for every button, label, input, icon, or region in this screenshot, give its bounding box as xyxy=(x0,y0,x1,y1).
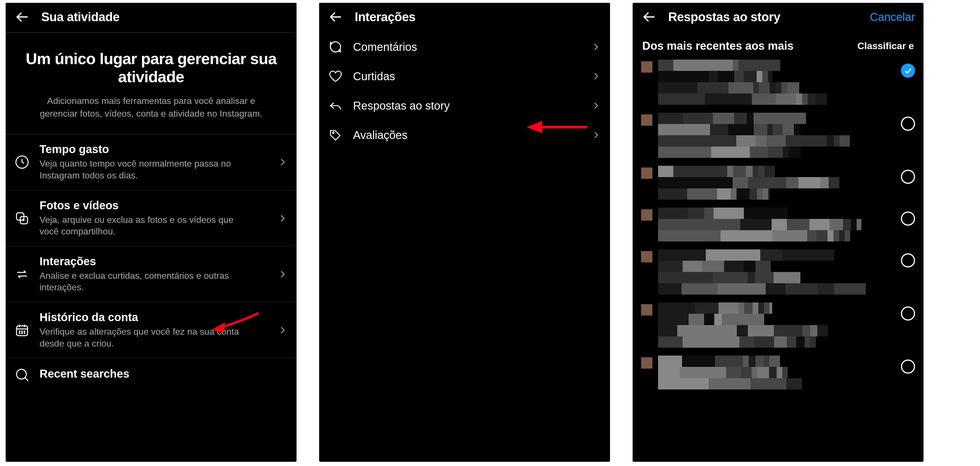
row-historico-conta[interactable]: Histórico da conta Verifique as alteraçõ… xyxy=(6,302,296,358)
item-content-redacted xyxy=(658,60,895,105)
row-title: Fotos e vídeos xyxy=(40,199,267,212)
row-subtitle: Veja, arquive ou exclua as fotos e os ví… xyxy=(40,214,243,237)
chevron-right-icon xyxy=(277,156,288,168)
intro-description: Adicionamos mais ferramentas para você a… xyxy=(22,95,280,120)
svg-point-15 xyxy=(17,369,27,379)
search-icon xyxy=(14,367,30,383)
item-content-redacted xyxy=(658,208,895,242)
comment-icon xyxy=(328,39,344,55)
cancel-button[interactable]: Cancelar xyxy=(870,11,915,24)
row-title: Histórico da conta xyxy=(40,311,267,324)
page-title: Respostas ao story xyxy=(668,10,780,24)
svg-point-9 xyxy=(19,331,20,332)
item-content-redacted xyxy=(658,166,895,200)
chevron-right-icon xyxy=(590,41,601,52)
avatar xyxy=(641,304,652,315)
avatar xyxy=(641,357,652,369)
avatar xyxy=(641,167,652,179)
calendar-icon xyxy=(14,322,30,338)
back-button[interactable] xyxy=(328,9,344,25)
list-item[interactable] xyxy=(633,299,924,351)
radio-unselected[interactable] xyxy=(901,212,915,226)
svg-point-14 xyxy=(24,333,25,334)
radio-unselected[interactable] xyxy=(901,359,915,374)
row-subtitle: Analise e exclua curtidas, comentários e… xyxy=(40,270,243,293)
list-item[interactable] xyxy=(633,351,924,393)
page-title: Interações xyxy=(355,10,415,24)
svg-point-13 xyxy=(22,333,22,334)
svg-point-11 xyxy=(24,331,25,332)
item-content-redacted xyxy=(658,250,895,294)
reply-items xyxy=(633,56,924,393)
chevron-right-icon xyxy=(277,269,288,280)
item-avaliacoes[interactable]: Avaliações xyxy=(319,120,610,150)
clock-icon xyxy=(14,154,30,170)
interaction-list: Comentários Curtidas Respostas ao story … xyxy=(319,32,610,150)
header-bar: Interações xyxy=(319,3,610,32)
row-title: Interações xyxy=(40,255,267,268)
row-tempo-gasto[interactable]: Tempo gasto Veja quanto tempo você norma… xyxy=(6,134,296,190)
row-subtitle: Verifique as alterações que você fez na … xyxy=(40,326,243,349)
row-fotos-videos[interactable]: Fotos e vídeos Veja, arquive ou exclua a… xyxy=(6,191,296,247)
chevron-right-icon xyxy=(277,213,288,224)
intro-heading: Um único lugar para gerenciar sua ativid… xyxy=(22,50,280,86)
radio-unselected[interactable] xyxy=(901,307,915,321)
row-interacoes[interactable]: Interações Analise e exclua curtidas, co… xyxy=(6,247,296,302)
row-title: Recent searches xyxy=(40,367,288,380)
list-item[interactable] xyxy=(633,245,924,299)
radio-selected[interactable] xyxy=(901,64,915,78)
item-content-redacted xyxy=(658,302,895,348)
list-item[interactable] xyxy=(633,56,924,109)
reply-icon xyxy=(328,98,344,113)
radio-unselected[interactable] xyxy=(901,117,915,131)
header-bar: Sua atividade xyxy=(6,3,296,33)
item-label: Avaliações xyxy=(353,129,581,142)
svg-point-19 xyxy=(332,132,334,134)
sort-bar: Dos mais recentes aos mais Classificar e xyxy=(633,32,924,56)
list-item[interactable] xyxy=(633,109,924,162)
item-content-redacted xyxy=(658,356,895,390)
item-label: Comentários xyxy=(353,41,581,53)
list-item[interactable] xyxy=(633,204,924,245)
item-label: Respostas ao story xyxy=(353,99,581,112)
back-button[interactable] xyxy=(14,9,30,25)
row-recent-searches[interactable]: Recent searches xyxy=(6,358,296,383)
avatar xyxy=(641,251,652,262)
media-icon xyxy=(14,210,30,226)
chevron-right-icon xyxy=(590,100,601,111)
avatar xyxy=(641,209,652,221)
row-subtitle: Veja quanto tempo você normalmente passa… xyxy=(40,158,243,181)
item-curtidas[interactable]: Curtidas xyxy=(319,62,610,91)
item-content-redacted xyxy=(658,113,895,158)
sort-filter-button[interactable]: Classificar e xyxy=(858,40,914,51)
list-item[interactable] xyxy=(633,162,924,204)
page-title: Sua atividade xyxy=(41,10,119,24)
tag-icon xyxy=(328,127,344,143)
svg-line-16 xyxy=(25,378,28,381)
item-comentarios[interactable]: Comentários xyxy=(319,32,610,62)
item-respostas-story[interactable]: Respostas ao story xyxy=(319,91,610,120)
chevron-right-icon xyxy=(277,324,288,336)
item-label: Curtidas xyxy=(353,70,581,83)
chevron-right-icon xyxy=(590,71,601,82)
row-title: Tempo gasto xyxy=(40,143,267,156)
sort-label: Dos mais recentes aos mais xyxy=(642,40,852,52)
svg-point-12 xyxy=(19,333,20,334)
header-bar: Respostas ao story Cancelar xyxy=(633,3,924,32)
avatar xyxy=(641,115,652,126)
panel-your-activity: Sua atividade Um único lugar para gerenc… xyxy=(6,3,296,462)
svg-point-10 xyxy=(22,331,22,332)
back-button[interactable] xyxy=(641,9,657,25)
intro-block: Um único lugar para gerenciar sua ativid… xyxy=(6,33,296,134)
panel-respostas-story: Respostas ao story Cancelar Dos mais rec… xyxy=(633,3,924,462)
avatar xyxy=(641,61,652,73)
chevron-right-icon xyxy=(590,129,601,141)
activity-rows: Tempo gasto Veja quanto tempo você norma… xyxy=(6,134,296,383)
heart-icon xyxy=(328,68,344,84)
radio-unselected[interactable] xyxy=(901,170,915,184)
arrows-swap-icon xyxy=(14,266,30,282)
panel-interacoes: Interações Comentários Curtidas Resposta… xyxy=(319,3,610,462)
radio-unselected[interactable] xyxy=(901,253,915,267)
